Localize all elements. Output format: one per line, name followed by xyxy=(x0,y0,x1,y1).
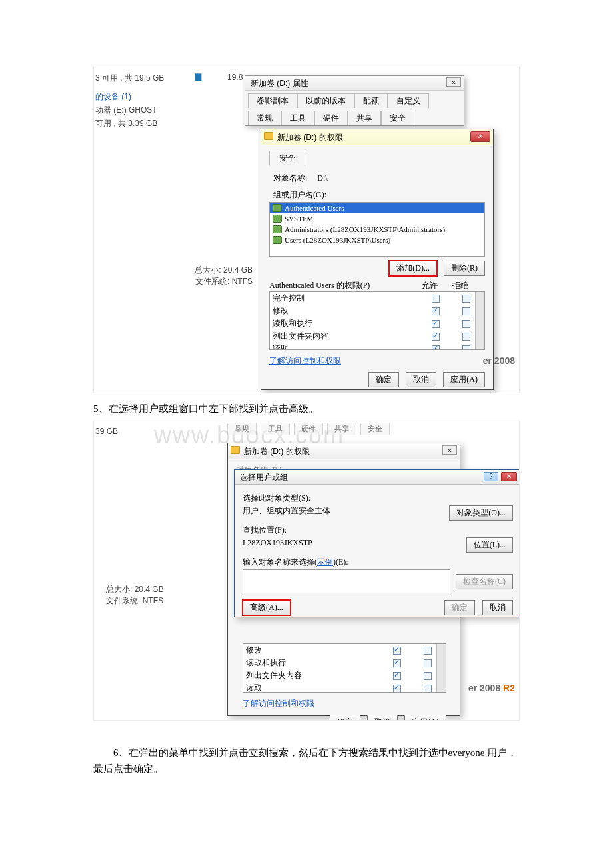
select-user-group-dialog: 选择用户或组 ? ✕ 选择此对象类型(S): 用户、组或内置安全主体 对象类型(… xyxy=(234,469,520,617)
allow-checkbox[interactable] xyxy=(432,307,440,315)
tab-sharing[interactable]: 共享 xyxy=(348,111,381,125)
watermark-version: er 2008 xyxy=(483,355,515,366)
location-label: 查找位置(F): xyxy=(243,525,513,536)
bg-tabs: 常规 工具 硬件 共享 安全 xyxy=(227,423,390,435)
deny-checkbox[interactable] xyxy=(424,659,432,667)
bg-tab: 安全 xyxy=(360,423,390,435)
allow-checkbox[interactable] xyxy=(393,672,401,680)
perm-scrollbar[interactable] xyxy=(475,292,484,349)
col-allow: 允许 xyxy=(414,280,445,291)
select-ok-button[interactable]: 确定 xyxy=(444,600,475,615)
object-name-value: D:\ xyxy=(317,173,327,183)
example-link[interactable]: 示例 xyxy=(317,557,333,567)
select-close-button[interactable]: ✕ xyxy=(501,472,517,481)
device-header: 的设备 (1) xyxy=(95,91,131,103)
object-name-input[interactable] xyxy=(243,569,450,593)
screenshot-1: 3 可用 , 共 19.5 GB ▆ 19.8 的设备 (1) 动器 (E:) … xyxy=(93,67,520,393)
fs-type: 文件系统: NTFS xyxy=(195,276,253,287)
tab-customize[interactable]: 自定义 xyxy=(388,93,429,108)
properties-tabs-row1: 卷影副本 以前的版本 配额 自定义 xyxy=(245,91,464,108)
add-button[interactable]: 添加(D)... xyxy=(389,261,437,276)
group-item-users[interactable]: Users (L28ZOX193JKXSTP\Users) xyxy=(270,235,484,245)
explorer-extra-number: 19.8 xyxy=(227,73,243,82)
apply-button[interactable]: 应用(A) xyxy=(443,372,485,387)
location-button[interactable]: 位置(L)... xyxy=(466,537,513,553)
enter-name-label: 输入对象名称来选择(示例)(E): xyxy=(243,557,513,568)
bg-tab: 常规 xyxy=(227,423,257,435)
watermark-version-2: er 2008 R2 xyxy=(468,683,515,693)
allow-checkbox[interactable] xyxy=(393,659,401,667)
check-name-button[interactable]: 检查名称(C) xyxy=(456,574,513,589)
perm-row-modify-2: 修改 xyxy=(243,644,446,657)
group-icon xyxy=(273,215,282,223)
deny-checkbox[interactable] xyxy=(424,647,432,655)
perm-row-list-folder: 列出文件夹内容 xyxy=(270,330,484,343)
screenshot-2: 39 GB www.bdocx.com 常规 工具 硬件 共享 安全 总大小: … xyxy=(93,421,520,721)
allow-checkbox[interactable] xyxy=(432,333,440,341)
perm-row-modify: 修改 xyxy=(270,305,484,317)
advanced-button[interactable]: 高级(A)... xyxy=(243,600,291,615)
deny-checkbox[interactable] xyxy=(424,685,432,693)
deny-checkbox[interactable] xyxy=(462,333,470,341)
permissions-title-2: 新加卷 (D:) 的权限 xyxy=(244,447,310,456)
deny-checkbox[interactable] xyxy=(462,307,470,315)
properties-close-button[interactable]: ⨉ xyxy=(446,77,461,87)
properties-title: 新加卷 (D:) 属性 xyxy=(245,76,464,91)
col-deny: 拒绝 xyxy=(445,280,476,291)
select-cancel-button[interactable]: 取消 xyxy=(482,600,513,615)
deny-checkbox[interactable] xyxy=(462,320,470,328)
tab-tools[interactable]: 工具 xyxy=(281,111,314,125)
object-type-label: 选择此对象类型(S): xyxy=(243,493,513,504)
group-item-auth-users[interactable]: Authenticated Users xyxy=(270,203,484,213)
location-value: L28ZOX193JKXSTP xyxy=(243,538,461,548)
group-label: 组或用户名(G): xyxy=(273,189,485,201)
perm-table: 完全控制 修改 读取和执行 列出文件夹内容 读取 xyxy=(269,291,485,350)
ok-button[interactable]: 确定 xyxy=(368,372,399,387)
remove-button[interactable]: 删除(R) xyxy=(444,261,485,276)
bg-tab: 硬件 xyxy=(294,423,323,435)
perm-row-read-execute-2: 读取和执行 xyxy=(243,657,446,669)
allow-checkbox[interactable] xyxy=(432,295,440,303)
object-type-button[interactable]: 对象类型(O)... xyxy=(449,505,513,521)
deny-checkbox[interactable] xyxy=(424,672,432,680)
tab-previous-versions[interactable]: 以前的版本 xyxy=(297,93,354,108)
tab-security-inner[interactable]: 安全 xyxy=(269,151,305,166)
perm-row-read-execute: 读取和执行 xyxy=(270,317,484,330)
group-list[interactable]: Authenticated Users SYSTEM Administrator… xyxy=(269,202,485,257)
cancel-button-2[interactable]: 取消 xyxy=(367,715,398,721)
perm-scrollbar-2[interactable] xyxy=(436,644,446,692)
allow-checkbox[interactable] xyxy=(393,685,401,693)
perm-row-read-2: 读取 xyxy=(243,682,446,693)
tab-hardware[interactable]: 硬件 xyxy=(314,111,348,125)
allow-checkbox[interactable] xyxy=(393,647,401,655)
drive-e-label: 动器 (E:) GHOST xyxy=(95,105,157,116)
learn-link[interactable]: 了解访问控制和权限 xyxy=(269,356,341,365)
object-name-label: 对象名称: xyxy=(273,173,307,183)
fs-type-2: 文件系统: NTFS xyxy=(106,595,164,607)
permissions-close-button[interactable]: ✕ xyxy=(470,131,490,142)
perm-row-full-control: 完全控制 xyxy=(270,292,484,305)
bg-free-space: 39 GB xyxy=(95,427,118,436)
permissions-dialog: 新加卷 (D:) 的权限 ✕ 安全 对象名称: D:\ 组或用户名(G): Au… xyxy=(261,129,494,390)
allow-checkbox[interactable] xyxy=(432,345,440,350)
perm-for-label: Authenticated Users 的权限(P) xyxy=(269,280,414,291)
cancel-button[interactable]: 取消 xyxy=(406,372,436,387)
apply-button-2[interactable]: 应用(A) xyxy=(404,715,446,721)
learn-link-2[interactable]: 了解访问控制和权限 xyxy=(243,699,314,708)
tab-quota[interactable]: 配额 xyxy=(354,93,388,108)
tab-shadow-copy[interactable]: 卷影副本 xyxy=(248,93,297,108)
deny-checkbox[interactable] xyxy=(462,295,470,303)
permissions-close-button-2[interactable]: ⨉ xyxy=(442,445,457,455)
tab-security[interactable]: 安全 xyxy=(381,111,414,125)
drive-icon: ▆ xyxy=(195,71,201,81)
group-item-system[interactable]: SYSTEM xyxy=(270,213,484,224)
folder-icon xyxy=(231,446,240,454)
help-icon[interactable]: ? xyxy=(484,472,498,481)
allow-checkbox[interactable] xyxy=(432,320,440,328)
explorer-free-text: 3 可用 , 共 19.5 GB xyxy=(95,73,164,84)
deny-checkbox[interactable] xyxy=(462,345,470,350)
tab-general[interactable]: 常规 xyxy=(248,111,281,125)
group-item-admins[interactable]: Administrators (L28ZOX193JKXSTP\Administ… xyxy=(270,224,484,235)
ok-button-2[interactable]: 确定 xyxy=(330,715,360,721)
group-icon xyxy=(273,204,282,212)
